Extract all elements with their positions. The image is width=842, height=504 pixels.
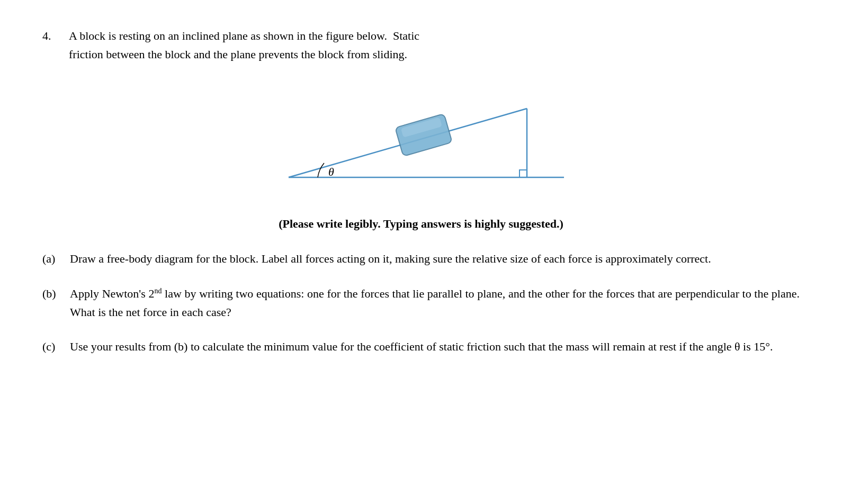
sub-a-text: Draw a free-body diagram for the block. … (70, 249, 800, 268)
sub-a-label: (a) (42, 249, 65, 268)
sub-question-a: (a) Draw a free-body diagram for the blo… (42, 249, 800, 268)
question-number: 4. (42, 26, 69, 64)
question-header: 4. A block is resting on an inclined pla… (42, 26, 800, 64)
sub-b-label: (b) (42, 284, 65, 321)
inclined-plane-diagram: θ (267, 79, 575, 196)
question-text: A block is resting on an inclined plane … (69, 26, 419, 64)
sub-c-text: Use your results from (b) to calculate t… (70, 337, 800, 356)
superscript-nd: nd (154, 286, 162, 294)
sub-question-c: (c) Use your results from (b) to calcula… (42, 337, 800, 356)
question-container: 4. A block is resting on an inclined pla… (42, 26, 800, 356)
diagram-container: θ (42, 79, 800, 196)
instruction-text: (Please write legibly. Typing answers is… (42, 217, 800, 231)
sub-c-label: (c) (42, 337, 65, 356)
sub-question-b: (b) Apply Newton's 2nd law by writing tw… (42, 284, 800, 321)
svg-text:θ: θ (328, 165, 334, 178)
sub-b-text: Apply Newton's 2nd law by writing two eq… (70, 284, 800, 321)
